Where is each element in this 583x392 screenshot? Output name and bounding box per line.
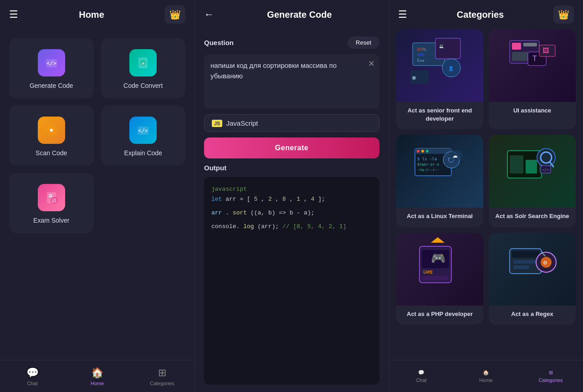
right-categories-icon: ⊞	[549, 370, 553, 376]
grid-item-convert[interactable]: ⇄ Code Convert	[101, 38, 186, 98]
question-text: напиши код для сортировки массива по убы…	[210, 61, 337, 80]
svg-text:-rw-r--r--: -rw-r--r--	[417, 168, 439, 172]
middle-header: ← Generate Code	[195, 0, 389, 29]
card-image-senior-frontend: HTML PHP C++ 💻 👤 ⚙️	[396, 29, 483, 102]
card-image-solr-search: </>	[489, 135, 576, 208]
js-badge: JS	[212, 120, 222, 127]
question-box: напиши код для сортировки массива по убы…	[204, 54, 379, 109]
svg-point-37	[426, 150, 429, 153]
code-output: javascript let arr = [ 5 , 2 , 8 , 1 , 4…	[204, 177, 379, 385]
svg-rect-47	[526, 160, 537, 173]
right-panel: ☰ Categories 👑 HTML PHP C++ 💻 👤 ⚙️	[389, 0, 583, 392]
clear-button[interactable]: ✕	[368, 59, 375, 69]
explain-label: Explain Code	[124, 149, 162, 157]
question-row: Question Reset	[204, 36, 379, 49]
svg-text:GAME: GAME	[423, 270, 433, 275]
home-nav-icon: 🏠	[91, 367, 103, 379]
svg-text:💻: 💻	[439, 44, 444, 48]
code-line-4: console. log (arr); // [8, 5, 4, 2, 1]	[211, 222, 372, 232]
svg-rect-27	[523, 43, 537, 46]
code-line-3: arr . sort ((a, b) => b - a);	[211, 208, 372, 218]
menu-icon[interactable]: ☰	[9, 9, 18, 20]
home-nav-label: Home	[91, 381, 104, 386]
middle-panel: ← Generate Code Question Reset напиши ко…	[195, 0, 389, 392]
card-image-php-dev: 🎮 GAME	[396, 233, 483, 305]
convert-label: Code Convert	[123, 82, 163, 89]
middle-title: Generate Code	[220, 10, 379, 20]
nav-home[interactable]: 🏠 Home	[65, 361, 129, 392]
right-nav-chat[interactable]: 💬 Chat	[389, 361, 454, 392]
svg-rect-34	[415, 148, 451, 154]
convert-icon: ⇄	[129, 49, 157, 76]
code-line-2: let arr = [ 5 , 2 , 8 , 1 , 4 ];	[211, 194, 372, 204]
right-bottom-nav: 💬 Chat 🏠 Home ⊞ Categories	[389, 360, 583, 392]
grid-item-exam[interactable]: ⟨/⟩ Exam Solver	[9, 173, 94, 233]
category-card-ui-assistance[interactable]: T 🖼 UI assistance	[489, 29, 576, 129]
svg-point-36	[421, 150, 424, 153]
chat-nav-icon: 💬	[26, 367, 39, 379]
right-header: ☰ Categories 👑	[389, 0, 583, 29]
card-image-regex: ⚙ 🔧	[489, 233, 576, 305]
grid-item-generate[interactable]: </> Generate Code	[9, 38, 94, 98]
back-button[interactable]: ←	[204, 9, 214, 20]
right-menu-icon[interactable]: ☰	[398, 9, 407, 20]
svg-text:🔧: 🔧	[541, 251, 546, 257]
right-crown-button[interactable]: 👑	[553, 5, 574, 24]
svg-text:C++: C++	[417, 58, 425, 63]
svg-text:🎮: 🎮	[431, 251, 446, 265]
svg-text:T: T	[532, 55, 537, 62]
right-nav-categories[interactable]: ⊞ Categories	[518, 361, 583, 392]
scan-label: Scan Code	[36, 149, 67, 157]
right-categories-label: Categories	[538, 377, 563, 383]
right-home-label: Home	[479, 377, 492, 383]
question-label: Question	[204, 39, 234, 46]
svg-text:</>: </>	[542, 168, 549, 172]
svg-text:</>: </>	[138, 127, 148, 134]
chat-nav-label: Chat	[27, 381, 38, 386]
svg-text:PHP: PHP	[417, 53, 425, 57]
grid-item-scan[interactable]: Scan Code	[9, 106, 94, 166]
card-image-ui-assistance: T 🖼	[489, 29, 576, 102]
scan-icon	[38, 117, 65, 144]
card-label-regex: Act as a Regex	[489, 305, 576, 325]
svg-rect-58	[422, 276, 449, 280]
nav-chat[interactable]: 💬 Chat	[0, 361, 65, 392]
category-card-regex[interactable]: ⚙ 🔧 Act as a Regex	[489, 233, 576, 325]
svg-text:drwxr-xr-x: drwxr-xr-x	[417, 163, 439, 167]
right-home-icon: 🏠	[483, 370, 489, 376]
code-line-1: javascript	[211, 186, 247, 193]
language-selector[interactable]: JS JavaScript	[204, 114, 379, 132]
svg-text:👤: 👤	[448, 66, 454, 71]
svg-rect-62	[513, 260, 536, 264]
card-label-php-dev: Act as a PHP developer	[396, 305, 483, 325]
right-chat-label: Chat	[416, 377, 426, 383]
categories-nav-label: Categories	[150, 381, 174, 386]
svg-rect-61	[512, 251, 539, 258]
left-bottom-nav: 💬 Chat 🏠 Home ⊞ Categories	[0, 360, 194, 392]
category-card-senior-frontend[interactable]: HTML PHP C++ 💻 👤 ⚙️ Act as senior front …	[396, 29, 483, 129]
output-label: Output	[204, 164, 379, 172]
generate-button[interactable]: Generate	[204, 137, 379, 158]
reset-button[interactable]: Reset	[348, 36, 379, 49]
card-label-linux-terminal: Act as a Linux Terminal	[396, 208, 483, 227]
svg-rect-19	[435, 38, 460, 59]
svg-text:⇄: ⇄	[142, 61, 144, 66]
explain-icon: </>	[129, 117, 157, 144]
svg-text:</>: </>	[46, 60, 56, 66]
svg-text:HTML: HTML	[417, 47, 427, 52]
svg-text:☁: ☁	[452, 153, 458, 159]
nav-categories[interactable]: ⊞ Categories	[130, 361, 194, 392]
right-nav-home[interactable]: 🏠 Home	[454, 361, 518, 392]
category-card-solr-search[interactable]: </> Act as Solr Search Engine	[489, 135, 576, 227]
svg-point-35	[417, 150, 419, 153]
category-card-php-dev[interactable]: 🎮 GAME Act as a PHP developer	[396, 233, 483, 325]
category-card-linux-terminal[interactable]: $ ls -la drwxr-xr-x -rw-r--r-- 🛡 ☁ Act a…	[396, 135, 483, 227]
left-panel: ☰ Home 👑 </> Generate Code ⇄	[0, 0, 195, 392]
svg-rect-26	[512, 43, 521, 50]
crown-button[interactable]: 👑	[165, 5, 185, 24]
grid-item-explain[interactable]: </> Explain Code	[101, 106, 186, 166]
middle-content: Question Reset напиши код для сортировки…	[195, 29, 389, 392]
svg-text:$ ls -la: $ ls -la	[417, 157, 437, 161]
right-title: Categories	[407, 10, 553, 20]
card-label-ui-assistance: UI assistance	[489, 102, 576, 121]
